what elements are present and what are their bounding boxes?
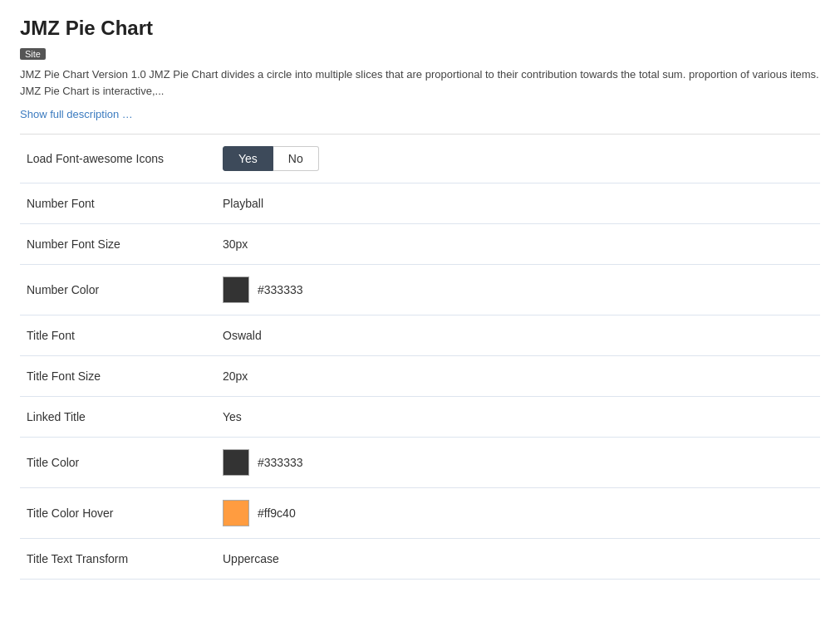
setting-row-title-color-hover: Title Color Hover#ff9c40	[20, 488, 820, 539]
label-title-font: Title Font	[20, 316, 213, 356]
color-swatch-title-color-hover[interactable]	[223, 500, 249, 526]
input-title-text-transform[interactable]	[223, 550, 813, 567]
settings-table: Load Font-awesome IconsYesNoNumber FontN…	[20, 135, 820, 580]
setting-row-load-font-awesome: Load Font-awesome IconsYesNo	[20, 135, 820, 183]
page-title: JMZ Pie Chart	[20, 17, 820, 40]
label-title-font-size: Title Font Size	[20, 356, 213, 397]
input-number-font[interactable]	[223, 195, 813, 212]
input-title-font[interactable]	[223, 327, 813, 344]
color-value-title-color: #333333	[258, 456, 303, 469]
label-linked-title: Linked Title	[20, 397, 213, 438]
setting-row-title-text-transform: Title Text Transform	[20, 539, 820, 580]
toggle-option-yes[interactable]: Yes	[223, 146, 273, 171]
label-number-font: Number Font	[20, 183, 213, 224]
value-cell-linked-title	[213, 397, 820, 438]
color-field-title-color: #333333	[223, 449, 813, 476]
label-title-color-hover: Title Color Hover	[20, 488, 213, 539]
description-text: JMZ Pie Chart Version 1.0 JMZ Pie Chart …	[20, 66, 820, 99]
setting-row-title-font-size: Title Font Size	[20, 356, 820, 397]
color-value-title-color-hover: #ff9c40	[258, 506, 296, 520]
value-cell-load-font-awesome: YesNo	[213, 135, 820, 183]
color-value-number-color: #333333	[258, 283, 303, 296]
value-cell-title-text-transform	[213, 539, 820, 580]
setting-row-linked-title: Linked Title	[20, 397, 820, 438]
color-field-number-color: #333333	[223, 276, 813, 303]
setting-row-number-font-size: Number Font Size	[20, 224, 820, 265]
site-badge: Site	[20, 48, 46, 60]
value-cell-title-font-size	[213, 356, 820, 397]
input-linked-title[interactable]	[223, 408, 813, 425]
setting-row-title-font: Title Font	[20, 316, 820, 356]
label-number-color: Number Color	[20, 265, 213, 316]
value-cell-title-color: #333333	[213, 438, 820, 488]
label-title-text-transform: Title Text Transform	[20, 539, 213, 580]
value-cell-number-font	[213, 183, 820, 224]
label-number-font-size: Number Font Size	[20, 224, 213, 265]
value-cell-title-font	[213, 316, 820, 356]
value-cell-number-color: #333333	[213, 265, 820, 316]
show-full-description-link[interactable]: Show full description …	[20, 108, 133, 120]
color-swatch-number-color[interactable]	[223, 276, 249, 303]
input-title-font-size[interactable]	[223, 368, 813, 384]
value-cell-title-color-hover: #ff9c40	[213, 488, 820, 539]
label-load-font-awesome: Load Font-awesome Icons	[20, 135, 213, 183]
color-field-title-color-hover: #ff9c40	[223, 500, 813, 526]
color-swatch-title-color[interactable]	[223, 449, 249, 476]
setting-row-number-font: Number Font	[20, 183, 820, 224]
setting-row-title-color: Title Color#333333	[20, 438, 820, 488]
toggle-group-load-font-awesome: YesNo	[223, 146, 813, 171]
value-cell-number-font-size	[213, 224, 820, 265]
toggle-option-no[interactable]: No	[273, 146, 319, 171]
label-title-color: Title Color	[20, 438, 213, 488]
setting-row-number-color: Number Color#333333	[20, 265, 820, 316]
input-number-font-size[interactable]	[223, 236, 813, 252]
